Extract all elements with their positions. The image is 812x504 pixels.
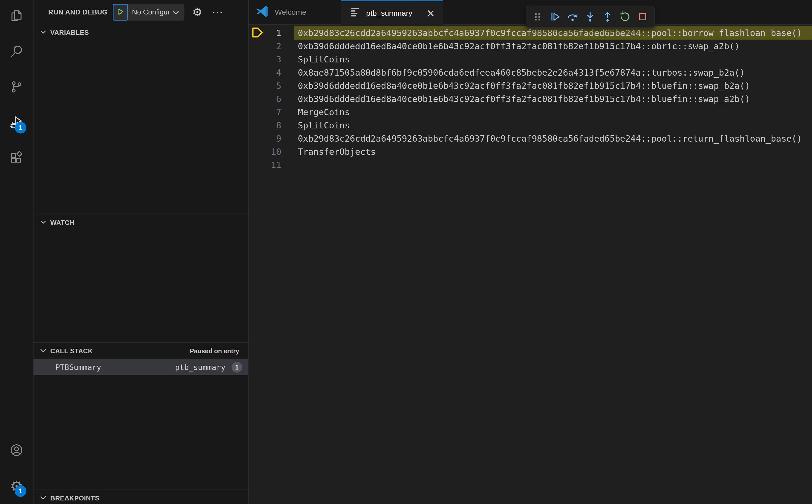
gutter-breakpoint-slot[interactable] — [249, 158, 266, 172]
code-line-11: 11 — [249, 158, 812, 172]
gutter-breakpoint-slot[interactable] — [249, 132, 266, 145]
toolbar-drag-gripper[interactable] — [531, 10, 544, 23]
variables-section-header[interactable]: VARIABLES — [34, 24, 248, 41]
code-line-4: 4 0x8ae871505a80d8bf6bf9c05906cda6edfeea… — [249, 66, 812, 79]
continue-button[interactable] — [549, 10, 561, 23]
line-number: 5 — [266, 81, 281, 91]
stop-button[interactable] — [636, 10, 649, 23]
line-text[interactable]: 0xb29d83c26cdd2a64959263abbcfc4a6937f0c9… — [294, 26, 812, 40]
debug-config-label: No Configur — [132, 8, 170, 16]
line-text[interactable]: 0xb39d6dddedd16ed8a40ce0b1e6b43c92acf0ff… — [294, 79, 812, 92]
line-text[interactable]: TransferObjects — [294, 145, 812, 158]
source-control-icon — [10, 80, 23, 95]
code-line-7: 7 MergeCoins — [249, 106, 812, 119]
sidebar-item-source-control[interactable] — [0, 70, 33, 105]
call-stack-frame-row[interactable]: PTBSummary ptb_summary 1 — [34, 359, 248, 375]
line-number: 9 — [266, 133, 281, 144]
debug-config-control: No Configur — [113, 4, 184, 21]
breakpoints-section-header[interactable]: BREAKPOINTS — [34, 490, 248, 504]
activity-bar-bottom: ⚙ 1 — [0, 434, 33, 504]
line-number: 2 — [266, 41, 281, 51]
code-line-3: 3 SplitCoins — [249, 53, 812, 66]
restart-button[interactable] — [619, 10, 632, 23]
more-actions-icon[interactable]: ⋯ — [212, 7, 223, 18]
code-line-6: 6 0xb39d6dddedd16ed8a40ce0b1e6b43c92acf0… — [249, 92, 812, 106]
start-debugging-button[interactable] — [113, 4, 128, 21]
line-number: 3 — [266, 54, 281, 64]
variables-label: VARIABLES — [50, 29, 89, 37]
gutter-breakpoint-slot[interactable] — [249, 145, 266, 158]
tab-welcome-label: Welcome — [275, 8, 306, 16]
code-editor: 1 0xb29d83c26cdd2a64959263abbcfc4a6937f0… — [249, 25, 812, 172]
editor-group: Welcome ptb_summary × — [249, 0, 812, 504]
close-tab-icon[interactable]: × — [426, 8, 435, 19]
sidebar-header: RUN AND DEBUG No Configur ⚙ ⋯ — [34, 0, 248, 24]
chevron-down-icon — [40, 349, 50, 354]
line-number: 6 — [266, 94, 281, 104]
code-line-2: 2 0xb39d6dddedd16ed8a40ce0b1e6b43c92acf0… — [249, 40, 812, 53]
current-line-arrow-icon — [251, 27, 264, 39]
step-into-button[interactable] — [584, 10, 597, 23]
line-text[interactable]: MergeCoins — [294, 106, 812, 119]
launch-settings-gear-icon[interactable]: ⚙ — [192, 7, 202, 18]
search-icon — [10, 44, 23, 59]
debug-toolbar — [526, 6, 655, 28]
chevron-down-icon — [40, 220, 50, 225]
code-line-8: 8 SplitCoins — [249, 119, 812, 132]
gutter-breakpoint-slot[interactable] — [249, 79, 266, 92]
line-text[interactable]: 0x8ae871505a80d8bf6bf9c05906cda6edfeea46… — [294, 66, 812, 79]
watch-label: WATCH — [50, 219, 74, 227]
line-number: 11 — [266, 160, 281, 170]
watch-section: WATCH — [34, 214, 248, 342]
debug-config-dropdown[interactable]: No Configur — [128, 4, 184, 21]
step-out-button[interactable] — [601, 10, 614, 23]
call-stack-label: CALL STACK — [50, 347, 93, 355]
line-number: 1 — [266, 28, 281, 38]
call-stack-section: CALL STACK Paused on entry PTBSummary pt… — [34, 342, 248, 490]
run-and-debug-sidebar: RUN AND DEBUG No Configur ⚙ ⋯ — [34, 0, 249, 504]
line-text[interactable]: 0xb29d83c26cdd2a64959263abbcfc4a6937f0c9… — [294, 132, 812, 145]
extensions-icon — [10, 151, 23, 166]
line-text[interactable]: SplitCoins — [294, 53, 812, 66]
line-number: 8 — [266, 120, 281, 130]
tab-ptb-summary[interactable]: ptb_summary × — [341, 0, 443, 25]
gutter-breakpoint-slot[interactable] — [249, 26, 266, 40]
gutter-breakpoint-slot[interactable] — [249, 119, 266, 132]
line-text[interactable] — [294, 158, 812, 172]
code-line-1: 1 0xb29d83c26cdd2a64959263abbcfc4a6937f0… — [249, 26, 812, 40]
code-line-10: 10 TransferObjects — [249, 145, 812, 158]
sidebar-item-run-and-debug[interactable]: 1 — [0, 105, 33, 141]
vscode-logo-icon — [256, 5, 269, 20]
gutter-breakpoint-slot[interactable] — [249, 53, 266, 66]
list-file-icon — [350, 7, 361, 20]
call-stack-status: Paused on entry — [190, 347, 248, 355]
sidebar-item-extensions[interactable] — [0, 141, 33, 176]
line-text[interactable]: 0xb39d6dddedd16ed8a40ce0b1e6b43c92acf0ff… — [294, 92, 812, 106]
explorer-icon — [10, 9, 23, 24]
code-line-9: 9 0xb29d83c26cdd2a64959263abbcfc4a6937f0… — [249, 132, 812, 145]
variables-section: VARIABLES — [34, 24, 248, 214]
gutter-breakpoint-slot[interactable] — [249, 40, 266, 53]
line-number: 7 — [266, 107, 281, 117]
step-over-button[interactable] — [566, 10, 579, 23]
vscode-window: 1 ⚙ 1 — [0, 0, 812, 504]
watch-section-header[interactable]: WATCH — [34, 214, 248, 231]
code-line-5: 5 0xb39d6dddedd16ed8a40ce0b1e6b43c92acf0… — [249, 79, 812, 92]
tab-welcome[interactable]: Welcome — [249, 0, 341, 24]
sidebar-item-search[interactable] — [0, 34, 33, 70]
settings-button[interactable]: ⚙ 1 — [0, 468, 33, 504]
account-button[interactable] — [0, 433, 33, 468]
settings-count-badge: 1 — [15, 485, 26, 497]
gutter-breakpoint-slot[interactable] — [249, 66, 266, 79]
gutter-breakpoint-slot[interactable] — [249, 106, 266, 119]
sidebar-title: RUN AND DEBUG — [48, 8, 108, 16]
line-text[interactable]: SplitCoins — [294, 119, 812, 132]
chevron-down-icon — [173, 8, 179, 16]
call-stack-section-header[interactable]: CALL STACK Paused on entry — [34, 343, 248, 359]
activity-bar: 1 ⚙ 1 — [0, 0, 34, 504]
tab-ptb-summary-label: ptb_summary — [366, 9, 413, 18]
line-text[interactable]: 0xb39d6dddedd16ed8a40ce0b1e6b43c92acf0ff… — [294, 40, 812, 53]
sidebar-item-explorer[interactable] — [0, 0, 33, 34]
gutter-breakpoint-slot[interactable] — [249, 92, 266, 106]
breakpoints-section: BREAKPOINTS — [34, 490, 248, 504]
